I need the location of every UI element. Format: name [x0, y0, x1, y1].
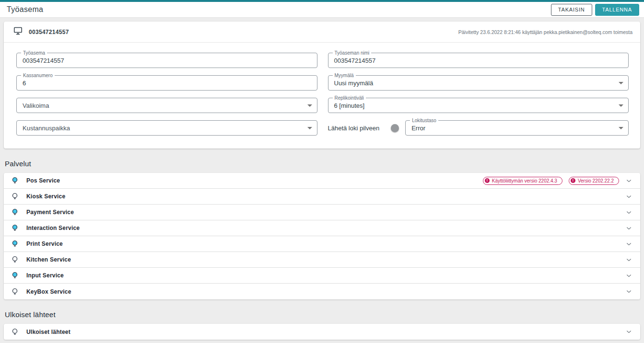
service-row-kiosk-service[interactable]: Kiosk Service [4, 189, 640, 205]
workstation-id: 003547214557 [29, 29, 69, 35]
row-right-area [625, 288, 632, 295]
row-right-area [625, 240, 632, 248]
service-name: Print Service [26, 240, 63, 247]
lightbulb-off-icon [11, 287, 19, 296]
row-right-area [625, 256, 632, 263]
external-sources-list: Ulkoiset lähteet [4, 324, 640, 340]
kassanumero-field[interactable]: Kassanumero 6 [16, 75, 317, 91]
valikoima-label: Valikoima [23, 102, 49, 109]
chevron-down-icon [307, 104, 312, 107]
row-right-area [625, 193, 632, 200]
service-name: Kitchen Service [26, 256, 71, 263]
service-row-ulkoiset-l-hteet[interactable]: Ulkoiset lähteet [4, 324, 640, 340]
chevron-down-icon[interactable] [625, 288, 632, 295]
service-row-payment-service[interactable]: Payment Service [4, 205, 640, 220]
service-row-interaction-service[interactable]: Interaction Service [4, 220, 640, 236]
lightbulb-on-icon [11, 208, 19, 217]
chevron-down-icon[interactable] [625, 328, 632, 335]
chevron-down-icon[interactable] [625, 177, 632, 184]
service-name: Payment Service [26, 209, 74, 216]
toggle-thumb [391, 124, 399, 132]
page-title: Työasema [7, 5, 43, 14]
save-button[interactable]: TALLENNA [595, 4, 639, 16]
section-title-ulkoiset: Ulkoiset lähteet [5, 310, 639, 319]
tyoaseman-nimi-label: Työaseman nimi [333, 50, 372, 56]
version-badge: !Versio 2202.22.2 [569, 177, 619, 185]
service-name: Kiosk Service [26, 193, 65, 200]
chevron-down-icon[interactable] [625, 225, 632, 232]
header-actions: TAKAISIN TALLENNA [551, 4, 639, 16]
service-row-print-service[interactable]: Print Service [4, 236, 640, 252]
error-icon: ! [485, 178, 490, 183]
chevron-down-icon[interactable] [625, 272, 632, 279]
lightbulb-on-icon [11, 176, 19, 185]
tyoaseman-nimi-value: 003547214557 [334, 57, 376, 64]
kustannuspaikka-label: Kustannuspaikka [23, 125, 70, 132]
workstation-card: 003547214557 Päivitetty 23.6.2022 8:21:4… [4, 22, 640, 149]
monitor-icon [13, 27, 23, 37]
chevron-down-icon [307, 127, 312, 129]
page-header: Työasema TAKAISIN TALLENNA [0, 2, 644, 18]
myymala-label: Myymälä [333, 73, 356, 78]
service-row-pos-service[interactable]: Pos Service!Käyttöliittymän versio 2202.… [4, 173, 640, 189]
log-settings-cell: Lähetä loki pilveen Lokitustaso Error [328, 120, 629, 136]
service-row-input-service[interactable]: Input Service [4, 268, 640, 284]
tyoasema-field[interactable]: Työasema 003547214557 [16, 53, 317, 68]
row-right-area [625, 209, 632, 216]
lightbulb-on-icon [11, 271, 19, 280]
version-badge-label: Käyttöliittymän versio 2202.4.3 [492, 178, 557, 183]
chevron-down-icon[interactable] [625, 256, 632, 263]
chevron-down-icon [619, 127, 623, 129]
updated-text: Päivitetty 23.6.2022 8:21:46 käyttäjän p… [458, 29, 632, 35]
back-button[interactable]: TAKAISIN [551, 4, 592, 16]
service-row-kitchen-service[interactable]: Kitchen Service [4, 252, 640, 268]
version-badge: !Käyttöliittymän versio 2202.4.3 [483, 177, 562, 185]
row-right-area: !Käyttöliittymän versio 2202.4.3!Versio … [483, 177, 632, 185]
row-right-area [625, 328, 632, 335]
laheta-loki-label: Lähetä loki pilveen [328, 125, 380, 132]
tyoasema-value: 003547214557 [23, 57, 64, 64]
lokitustaso-label: Lokitustaso [410, 118, 438, 123]
service-row-keybox-service[interactable]: KeyBox Service [4, 284, 640, 299]
lokitustaso-value: Error [411, 125, 425, 132]
kassanumero-value: 6 [23, 80, 26, 87]
services-list: Pos Service!Käyttöliittymän versio 2202.… [4, 173, 640, 299]
lokitustaso-select[interactable]: Lokitustaso Error [405, 120, 629, 136]
service-name: Interaction Service [26, 225, 80, 231]
replikointivali-label: Replikointiväli [333, 95, 366, 101]
lightbulb-off-icon [11, 255, 19, 264]
row-right-area [625, 272, 632, 279]
error-icon: ! [571, 178, 575, 183]
page-content: 003547214557 Päivitetty 23.6.2022 8:21:4… [0, 18, 644, 343]
replikointivali-value: 6 [minutes] [334, 102, 365, 109]
myymala-select[interactable]: Myymälä Uusi myymälä [328, 75, 629, 91]
workstation-form: Työasema 003547214557 Työaseman nimi 003… [4, 43, 640, 149]
chevron-down-icon[interactable] [625, 193, 632, 200]
lightbulb-on-icon [11, 240, 19, 248]
service-name: Ulkoiset lähteet [26, 329, 70, 335]
kassanumero-label: Kassanumero [21, 73, 55, 78]
myymala-value: Uusi myymälä [334, 80, 374, 87]
tyoaseman-nimi-field[interactable]: Työaseman nimi 003547214557 [328, 53, 629, 68]
chevron-down-icon [619, 82, 623, 84]
replikointivali-select[interactable]: Replikointiväli 6 [minutes] [328, 98, 629, 113]
kustannuspaikka-select[interactable]: Kustannuspaikka [16, 120, 317, 136]
service-name: Pos Service [26, 177, 60, 184]
workstation-id-row: 003547214557 Päivitetty 23.6.2022 8:21:4… [4, 22, 640, 43]
lightbulb-off-icon [11, 328, 19, 336]
valikoima-select[interactable]: Valikoima [16, 98, 317, 113]
chevron-down-icon[interactable] [625, 240, 632, 248]
version-badge-label: Versio 2202.22.2 [578, 178, 614, 183]
service-name: Input Service [26, 272, 64, 279]
tyoasema-label: Työasema [21, 50, 47, 56]
section-title-palvelut: Palvelut [5, 160, 639, 168]
lightbulb-off-icon [11, 192, 19, 201]
lightbulb-on-icon [11, 224, 19, 232]
service-name: KeyBox Service [26, 288, 71, 295]
row-right-area [625, 225, 632, 232]
chevron-down-icon[interactable] [625, 209, 632, 216]
chevron-down-icon [619, 104, 623, 107]
laheta-loki-toggle[interactable] [385, 125, 398, 131]
